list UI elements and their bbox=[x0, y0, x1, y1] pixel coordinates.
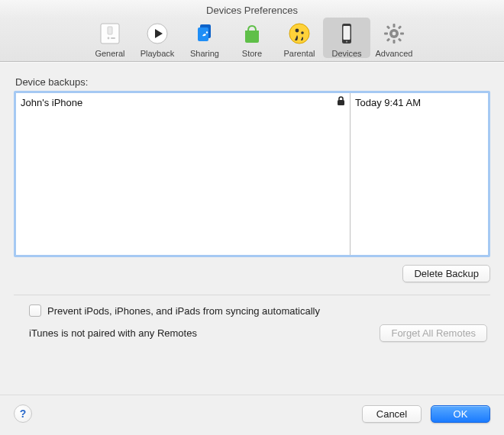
playback-icon bbox=[144, 20, 171, 47]
svg-rect-17 bbox=[393, 24, 396, 27]
svg-rect-25 bbox=[338, 100, 344, 105]
help-button[interactable]: ? bbox=[14, 404, 32, 423]
delete-backup-button[interactable]: Delete Backup bbox=[402, 265, 490, 282]
prevent-sync-checkbox[interactable] bbox=[29, 304, 41, 317]
general-icon bbox=[96, 20, 124, 47]
forget-all-remotes-button[interactable]: Forget All Remotes bbox=[380, 324, 487, 342]
backups-table[interactable]: John's iPhone Today 9:41 AM bbox=[14, 91, 490, 257]
devices-icon bbox=[333, 20, 360, 47]
tab-store[interactable]: Store bbox=[228, 18, 276, 58]
tab-playback[interactable]: Playback bbox=[134, 18, 181, 58]
backup-row-time[interactable]: Today 9:41 AM bbox=[351, 93, 488, 111]
store-icon bbox=[238, 20, 266, 47]
sharing-icon bbox=[191, 20, 218, 47]
tab-sharing[interactable]: Sharing bbox=[181, 18, 228, 58]
backups-name-column: John's iPhone bbox=[16, 93, 351, 255]
svg-rect-24 bbox=[386, 38, 390, 42]
svg-rect-18 bbox=[393, 40, 396, 44]
tab-devices[interactable]: Devices bbox=[323, 18, 370, 58]
backup-row[interactable]: John's iPhone bbox=[16, 93, 350, 111]
tab-sharing-label: Sharing bbox=[190, 49, 219, 58]
tab-store-label: Store bbox=[242, 49, 262, 58]
svg-point-10 bbox=[296, 29, 299, 33]
window-title: Devices Preferences bbox=[0, 0, 504, 18]
delete-backup-row: Delete Backup bbox=[14, 265, 490, 282]
tab-advanced[interactable]: Advanced bbox=[370, 18, 418, 58]
prevent-sync-label: Prevent iPods, iPhones, and iPads from s… bbox=[47, 305, 320, 317]
preferences-window: Devices Preferences General Playba bbox=[0, 0, 504, 435]
svg-point-2 bbox=[108, 37, 110, 40]
svg-rect-7 bbox=[198, 27, 208, 41]
svg-point-14 bbox=[346, 41, 347, 43]
svg-point-16 bbox=[393, 32, 396, 36]
svg-rect-22 bbox=[398, 38, 402, 42]
tab-advanced-label: Advanced bbox=[376, 49, 413, 58]
svg-rect-20 bbox=[400, 33, 404, 35]
tab-playback-label: Playback bbox=[141, 49, 175, 58]
svg-rect-19 bbox=[384, 33, 388, 35]
svg-point-8 bbox=[206, 31, 208, 33]
lock-icon bbox=[337, 96, 345, 108]
dialog-footer: ? Cancel OK bbox=[0, 395, 504, 435]
device-backups-label: Device backups: bbox=[15, 76, 490, 88]
remotes-row: iTunes is not paired with any Remotes Fo… bbox=[14, 324, 490, 342]
tab-general[interactable]: General bbox=[86, 18, 134, 58]
cancel-button[interactable]: Cancel bbox=[362, 405, 422, 423]
svg-point-9 bbox=[289, 24, 309, 44]
tab-devices-label: Devices bbox=[331, 49, 361, 58]
remotes-status: iTunes is not paired with any Remotes bbox=[29, 327, 197, 339]
svg-rect-21 bbox=[386, 25, 390, 29]
svg-point-11 bbox=[301, 31, 304, 34]
tab-parental-label: Parental bbox=[284, 49, 315, 58]
svg-rect-1 bbox=[108, 27, 112, 34]
devices-pane: Device backups: John's iPhone Today 9:41… bbox=[0, 62, 504, 395]
prefs-toolbar: General Playback Sharing bbox=[0, 18, 504, 62]
backup-name: John's iPhone bbox=[21, 97, 82, 108]
ok-button[interactable]: OK bbox=[431, 405, 490, 423]
svg-rect-13 bbox=[344, 26, 351, 40]
svg-rect-23 bbox=[398, 25, 402, 29]
parental-icon bbox=[286, 20, 313, 47]
prevent-sync-row: Prevent iPods, iPhones, and iPads from s… bbox=[14, 304, 490, 317]
advanced-icon bbox=[380, 20, 408, 47]
backup-time: Today 9:41 AM bbox=[355, 97, 421, 108]
tab-general-label: General bbox=[95, 49, 124, 58]
section-divider bbox=[14, 295, 490, 295]
backups-date-column: Today 9:41 AM bbox=[351, 93, 488, 255]
svg-rect-3 bbox=[111, 37, 115, 39]
tab-parental[interactable]: Parental bbox=[276, 18, 323, 58]
